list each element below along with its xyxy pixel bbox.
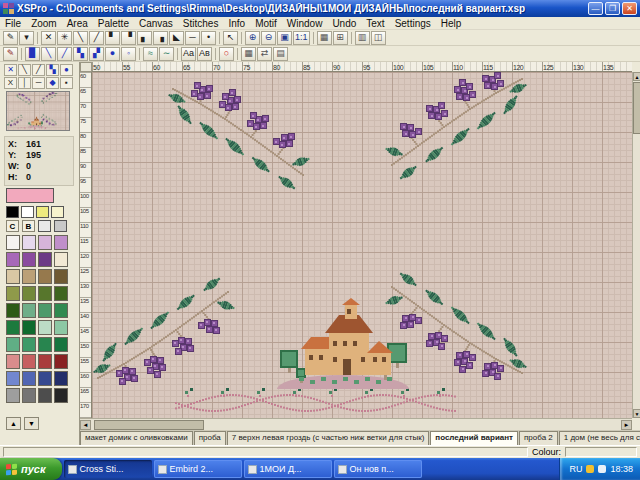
column-button-b[interactable]: B [22, 220, 35, 232]
taskbar-task[interactable]: Он нов п... [334, 460, 422, 478]
pattern-tab[interactable]: последний вариант [430, 431, 518, 445]
palette-color[interactable] [22, 337, 36, 352]
palette-color[interactable] [6, 286, 20, 301]
circle-tool-icon[interactable]: ○ [219, 47, 234, 61]
palette-color[interactable] [54, 269, 68, 284]
palette-color[interactable] [22, 269, 36, 284]
thread-quarter-icon[interactable]: ▚ [73, 47, 88, 61]
quarter-stitch-tr-icon[interactable]: ▝ [121, 31, 136, 45]
palette-color[interactable] [54, 388, 68, 403]
palette-color[interactable] [54, 337, 68, 352]
palette-color[interactable] [54, 252, 68, 267]
palette-scroll-up-icon[interactable]: ▲ [6, 417, 21, 430]
double-cross-stitch-icon[interactable]: ✳ [57, 31, 72, 45]
palette-color[interactable] [38, 320, 52, 335]
marker-tool-icon[interactable]: ✎ [3, 47, 18, 61]
palette-color[interactable] [6, 354, 20, 369]
quick-color-swatch[interactable] [36, 206, 49, 218]
quarter-stitch-br-icon[interactable]: ▗ [153, 31, 168, 45]
menu-item-zoom[interactable]: Zoom [26, 18, 62, 29]
palette-color[interactable] [38, 354, 52, 369]
start-button[interactable]: пуск [0, 458, 62, 480]
quick-color-swatch[interactable] [6, 206, 19, 218]
palette-color[interactable] [22, 235, 36, 250]
tray-shield-icon[interactable] [586, 465, 594, 473]
menu-item-area[interactable]: Area [62, 18, 93, 29]
palette-color[interactable] [22, 286, 36, 301]
scroll-right-icon[interactable]: ► [621, 420, 632, 430]
palette-scroll-down-icon[interactable]: ▼ [24, 417, 39, 430]
palette-color[interactable] [6, 235, 20, 250]
zoom-in-icon[interactable]: ⊕ [245, 31, 260, 45]
mini-half-forward-icon[interactable]: ╱ [32, 64, 45, 76]
stitch-canvas[interactable] [92, 72, 632, 418]
quick-color-swatch[interactable] [21, 206, 34, 218]
menu-item-canvas[interactable]: Canvas [134, 18, 178, 29]
three-quarter-stitch-icon[interactable]: ◣ [169, 31, 184, 45]
zoom-100-icon[interactable]: 1:1 [293, 31, 310, 45]
quick-color-swatch[interactable] [51, 206, 64, 218]
full-cross-stitch-icon[interactable]: ✕ [41, 31, 56, 45]
palette-color[interactable] [54, 320, 68, 335]
half-stitch-forward-icon[interactable]: ╱ [89, 31, 104, 45]
tray-volume-icon[interactable] [598, 465, 606, 473]
menu-item-stitches[interactable]: Stitches [178, 18, 224, 29]
palette-color[interactable] [38, 303, 52, 318]
palette-color[interactable] [22, 354, 36, 369]
mini-petite-icon[interactable]: ▪ [60, 77, 73, 89]
current-color-swatch[interactable] [6, 188, 54, 203]
thread-bead-icon[interactable]: ◦ [121, 47, 136, 61]
mini-cross-alt-icon[interactable]: Х [4, 77, 17, 89]
pencil-tool-icon[interactable]: ✎ [3, 31, 18, 45]
language-indicator[interactable]: RU [569, 464, 582, 474]
menu-item-window[interactable]: Window [282, 18, 328, 29]
mini-quarter-icon[interactable]: ▚ [46, 64, 59, 76]
horizontal-scrollbar[interactable]: ◄ ► [80, 418, 632, 430]
palette-color[interactable] [38, 235, 52, 250]
menu-item-settings[interactable]: Settings [390, 18, 436, 29]
menu-item-undo[interactable]: Undo [327, 18, 361, 29]
mini-half-back-icon[interactable]: ╲ [18, 64, 31, 76]
palette-color[interactable] [22, 388, 36, 403]
palette-color[interactable] [22, 252, 36, 267]
backstitch-line-icon[interactable]: ≈ [143, 47, 158, 61]
pencil-dropdown-icon[interactable]: ▾ [19, 31, 34, 45]
select-arrow-icon[interactable]: ↖ [223, 31, 238, 45]
palette-color[interactable] [54, 303, 68, 318]
blend-color-swatch[interactable] [54, 220, 67, 232]
taskbar-task[interactable]: 1МОИ Д... [244, 460, 332, 478]
palette-color[interactable] [6, 371, 20, 386]
mini-knot-icon[interactable]: ● [60, 64, 73, 76]
palette-color[interactable] [38, 337, 52, 352]
palette-color[interactable] [38, 286, 52, 301]
menu-item-file[interactable]: File [0, 18, 26, 29]
half-stitch-back-icon[interactable]: ╲ [73, 31, 88, 45]
thread-petite-icon[interactable]: ▞ [89, 47, 104, 61]
menu-item-motif[interactable]: Motif [250, 18, 282, 29]
thread-half-forward-icon[interactable]: ╱ [57, 47, 72, 61]
pattern-tab[interactable]: проба [194, 431, 226, 445]
taskbar-task[interactable]: Cross Sti... [64, 460, 152, 478]
vertical-scroll-thumb[interactable] [633, 82, 640, 134]
backstitch-icon[interactable]: ─ [185, 31, 200, 45]
palette-color[interactable] [6, 337, 20, 352]
mirror-tool-icon[interactable]: ◫ [371, 31, 386, 45]
taskbar-task[interactable]: Embird 2... [154, 460, 242, 478]
pattern-tab[interactable]: макет домик с оливковками [80, 431, 193, 445]
pattern-tab[interactable]: 1 дом (не весь для стыковки) [559, 431, 640, 445]
text-tool-cyrillic-icon[interactable]: Aв [197, 47, 212, 61]
close-button[interactable]: ✕ [622, 2, 637, 15]
quarter-stitch-bl-icon[interactable]: ▖ [137, 31, 152, 45]
palette-color[interactable] [54, 235, 68, 250]
palette-color[interactable] [38, 388, 52, 403]
copy-tool-icon[interactable]: ▥ [355, 31, 370, 45]
menu-item-help[interactable]: Help [436, 18, 467, 29]
library-tool-icon[interactable]: ▤ [273, 47, 288, 61]
horizontal-scroll-thumb[interactable] [94, 420, 204, 430]
scroll-down-icon[interactable]: ▼ [633, 409, 640, 418]
pattern-tab[interactable]: проба 2 [519, 431, 558, 445]
vertical-scrollbar[interactable]: ▲ ▼ [632, 72, 640, 418]
menu-item-palette[interactable]: Palette [93, 18, 134, 29]
zoom-fit-icon[interactable]: ▣ [277, 31, 292, 45]
pattern-tab[interactable]: 7 верхн левая гроздь (с частью ниж ветки… [227, 431, 430, 445]
